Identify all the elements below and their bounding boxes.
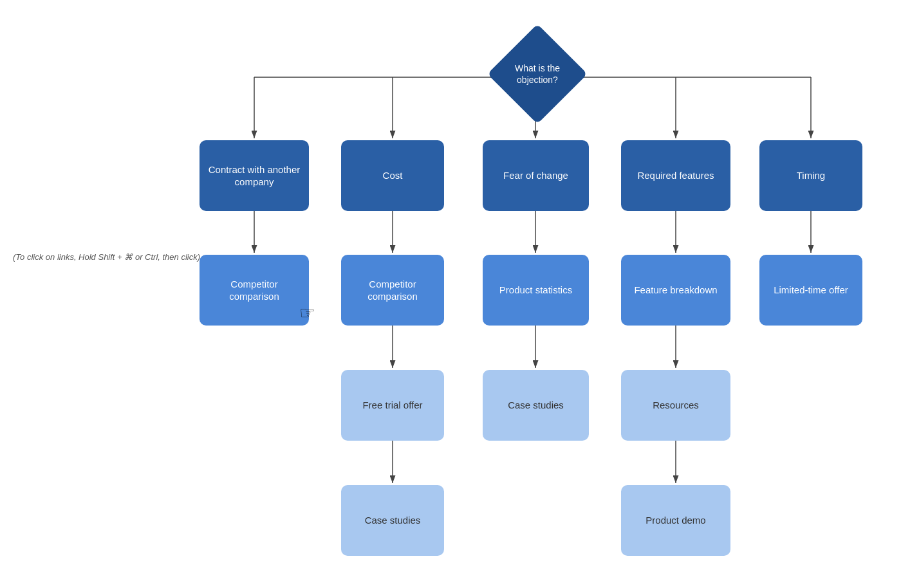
node-cost[interactable]: Cost [341,140,444,211]
node-prodstats[interactable]: Product statistics [483,255,589,326]
hint-text: (To click on links, Hold Shift + ⌘ or Ct… [13,251,200,264]
node-freetrial[interactable]: Free trial offer [341,370,444,441]
node-comp1[interactable]: Competitor comparison [200,255,309,326]
node-timing[interactable]: Timing [759,140,862,211]
node-required[interactable]: Required features [621,140,730,211]
node-contract[interactable]: Contract with another company [200,140,309,211]
root-label: What is the objection? [505,62,570,86]
node-casestudies2[interactable]: Case studies [341,485,444,556]
node-proddemo[interactable]: Product demo [621,485,730,556]
node-featbreak[interactable]: Feature breakdown [621,255,730,326]
node-limitedtime[interactable]: Limited-time offer [759,255,862,326]
node-casestudies1[interactable]: Case studies [483,370,589,441]
node-comp2[interactable]: Competitor comparison [341,255,444,326]
node-resources[interactable]: Resources [621,370,730,441]
root-diamond: What is the objection? [496,32,579,116]
node-fear[interactable]: Fear of change [483,140,589,211]
diagram-container: (To click on links, Hold Shift + ⌘ or Ct… [0,0,901,588]
